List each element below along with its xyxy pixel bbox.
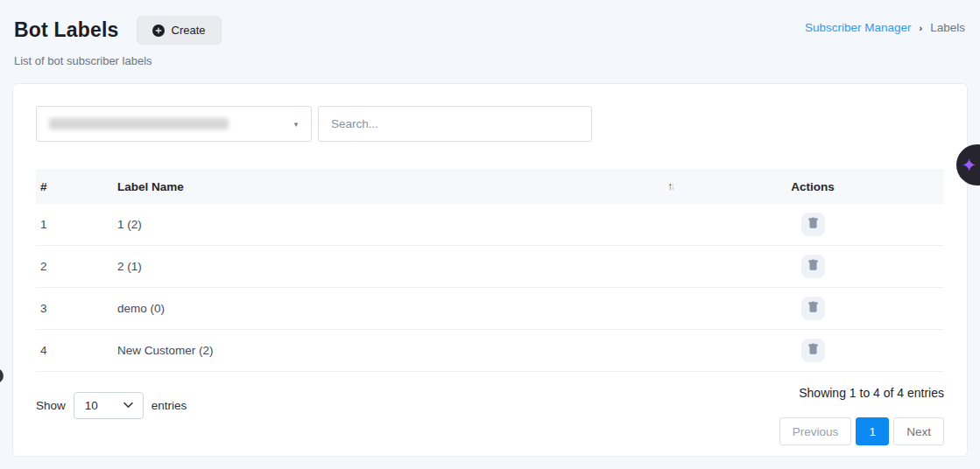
table-row: 1 1 (2) xyxy=(36,204,944,246)
page-subtitle: List of bot subscriber labels xyxy=(14,54,966,67)
labels-card: ▼ # Label Name ↑↓ Actions 1 1 (2) xyxy=(12,83,968,457)
column-header-label-name[interactable]: Label Name ↑↓ xyxy=(117,180,681,193)
breadcrumb-link-subscriber-manager[interactable]: Subscriber Manager xyxy=(805,21,912,34)
sparkle-icon: ✦ xyxy=(962,156,977,174)
trash-icon xyxy=(807,217,819,232)
bot-select-dropdown[interactable]: ▼ xyxy=(36,106,312,142)
page-size-select[interactable]: 10 xyxy=(74,392,144,419)
delete-label-button[interactable] xyxy=(801,213,825,236)
table-row: 2 2 (1) xyxy=(36,246,944,288)
next-page-button[interactable]: Next xyxy=(893,417,944,445)
bot-select-value-redacted xyxy=(49,118,229,130)
pagination: Previous 1 Next xyxy=(779,417,944,445)
labels-table: # Label Name ↑↓ Actions 1 1 (2) xyxy=(36,169,944,372)
row-index: 1 xyxy=(36,218,117,231)
sort-desc-arrow: ↓ xyxy=(670,180,673,192)
table-footer: Show 10 entries Showing 1 to 4 of 4 entr… xyxy=(36,384,944,445)
table-controls: ▼ xyxy=(36,106,944,142)
column-header-index[interactable]: # xyxy=(36,180,117,193)
column-header-actions: Actions xyxy=(681,180,944,193)
trash-icon xyxy=(807,259,819,274)
create-button[interactable]: Create xyxy=(137,16,222,45)
page-title: Bot Labels xyxy=(14,18,119,42)
page-size-control: Show 10 entries xyxy=(36,391,187,419)
table-row: 4 New Customer (2) xyxy=(36,330,944,372)
page-header: Bot Labels Create List of bot subscriber… xyxy=(0,0,980,67)
previous-page-button[interactable]: Previous xyxy=(779,417,852,445)
table-row: 3 demo (0) xyxy=(36,288,944,330)
column-header-label-name-text: Label Name xyxy=(117,180,184,193)
trash-icon xyxy=(807,301,819,316)
delete-label-button[interactable] xyxy=(801,339,825,362)
search-input[interactable] xyxy=(318,106,592,142)
row-index: 3 xyxy=(36,302,117,315)
create-button-label: Create xyxy=(172,24,206,37)
delete-label-button[interactable] xyxy=(801,255,825,278)
chevron-right-icon: › xyxy=(920,23,923,33)
row-label-name: 2 (1) xyxy=(117,260,681,273)
chevron-down-icon xyxy=(123,402,133,409)
row-label-name: 1 (2) xyxy=(117,218,681,231)
results-summary: Showing 1 to 4 of 4 entries xyxy=(799,386,944,400)
row-label-name: demo (0) xyxy=(117,302,681,315)
breadcrumb-current: Labels xyxy=(930,21,965,34)
breadcrumb: Subscriber Manager › Labels xyxy=(805,21,965,34)
left-edge-widget-button[interactable] xyxy=(0,368,4,383)
entries-label: entries xyxy=(152,399,187,412)
show-label: Show xyxy=(36,399,66,412)
table-header-row: # Label Name ↑↓ Actions xyxy=(36,169,944,204)
page-size-value: 10 xyxy=(85,399,98,412)
trash-icon xyxy=(807,343,819,358)
plus-circle-icon xyxy=(152,24,165,37)
sort-icon[interactable]: ↑↓ xyxy=(667,180,681,192)
row-index: 2 xyxy=(36,260,117,273)
caret-down-icon: ▼ xyxy=(293,120,300,128)
page-1-button[interactable]: 1 xyxy=(856,417,889,445)
row-label-name: New Customer (2) xyxy=(117,344,681,357)
row-index: 4 xyxy=(36,344,117,357)
delete-label-button[interactable] xyxy=(801,297,825,320)
